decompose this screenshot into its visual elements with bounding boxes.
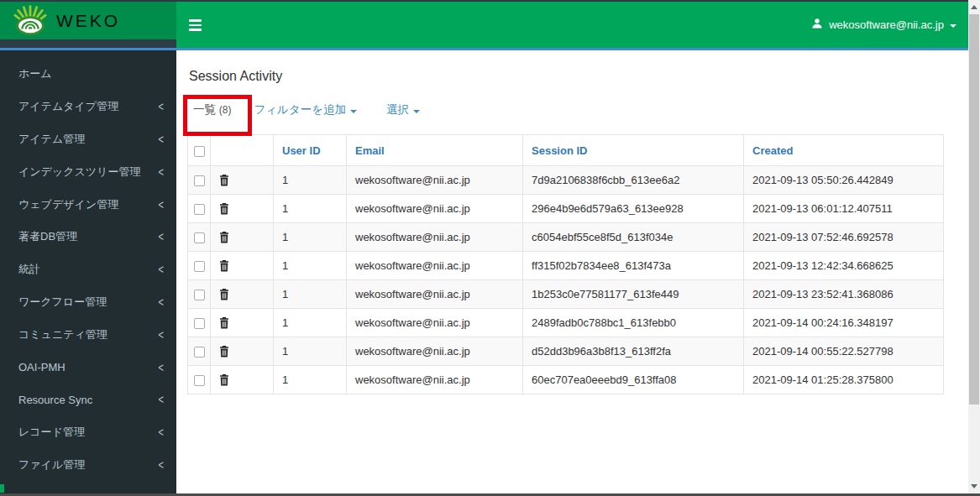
- sidebar-item-11[interactable]: レコード管理<: [0, 416, 176, 449]
- user-id-cell: 1: [274, 195, 347, 223]
- sidebar-item-5[interactable]: 著者DB管理<: [0, 221, 176, 253]
- scrollbar-thumb[interactable]: [969, 14, 979, 405]
- sidebar-item-label: アイテム管理: [18, 132, 85, 147]
- row-checkbox[interactable]: [194, 375, 205, 386]
- row-select-cell: [188, 366, 211, 394]
- sidebar-toggle-button[interactable]: [185, 16, 205, 34]
- sidebar-item-7[interactable]: ワークフロー管理<: [0, 286, 176, 319]
- row-actions-cell: [211, 366, 274, 394]
- user-id-cell: 1: [274, 252, 347, 280]
- row-checkbox[interactable]: [194, 204, 205, 215]
- row-actions-cell: [211, 337, 274, 366]
- sidebar-item-0[interactable]: ホーム: [0, 58, 176, 91]
- col-header-session-id[interactable]: Session ID: [523, 135, 744, 166]
- user-email-label: wekosoftware@nii.ac.jp: [829, 18, 944, 31]
- sidebar-menu: ホームアイテムタイプ管理<アイテム管理<インデックスツリー管理<ウェブデザイン管…: [0, 50, 176, 481]
- row-select-cell: [188, 309, 211, 337]
- sidebar-item-4[interactable]: ウェブデザイン管理<: [0, 188, 176, 221]
- row-checkbox[interactable]: [194, 232, 205, 243]
- sidebar-item-10[interactable]: Resource Sync<: [0, 384, 176, 416]
- chevron-left-icon: <: [159, 393, 164, 406]
- trash-icon[interactable]: [219, 374, 229, 386]
- sidebar-bottom-indicator: [0, 484, 4, 493]
- col-header-email[interactable]: Email: [347, 135, 523, 166]
- email-cell: wekosoftware@nii.ac.jp: [347, 195, 523, 223]
- user-icon: [811, 18, 823, 32]
- sidebar-item-6[interactable]: 統計<: [0, 253, 176, 286]
- user-id-cell: 1: [274, 337, 347, 366]
- row-select-cell: [188, 195, 211, 223]
- created-cell: 2021-09-13 23:52:41.368086: [744, 280, 944, 309]
- created-cell: 2021-09-13 05:50:26.442849: [744, 166, 944, 195]
- user-id-cell: 1: [274, 166, 347, 195]
- created-cell: 2021-09-13 07:52:46.692578: [744, 223, 944, 252]
- arrow-down-icon: [971, 484, 977, 488]
- trash-icon[interactable]: [219, 317, 229, 329]
- row-checkbox[interactable]: [194, 261, 205, 272]
- row-checkbox[interactable]: [194, 175, 205, 186]
- table-row: 1wekosoftware@nii.ac.jp7d9a2106838f6cbb_…: [188, 166, 944, 195]
- email-cell: wekosoftware@nii.ac.jp: [347, 252, 523, 280]
- sidebar-item-1[interactable]: アイテムタイプ管理<: [0, 91, 176, 123]
- sidebar-item-label: レコード管理: [18, 425, 85, 440]
- col-header-user-id[interactable]: User ID: [274, 135, 347, 166]
- sidebar-item-label: インデックスツリー管理: [18, 164, 140, 180]
- row-actions-cell: [211, 166, 274, 195]
- sidebar-item-8[interactable]: コミュニティ管理<: [0, 318, 176, 351]
- row-checkbox[interactable]: [194, 318, 205, 329]
- trash-icon[interactable]: [219, 232, 229, 243]
- row-checkbox[interactable]: [194, 290, 205, 300]
- user-id-cell: 1: [274, 309, 347, 337]
- sidebar-item-label: Resource Sync: [18, 394, 92, 406]
- session-id-cell: 296e4b9e6d579a63_613ee928: [523, 195, 744, 223]
- sidebar-item-label: ワークフロー管理: [18, 295, 107, 310]
- user-account-menu[interactable]: wekosoftware@nii.ac.jp: [811, 2, 956, 48]
- email-cell: wekosoftware@nii.ac.jp: [347, 280, 523, 309]
- trash-icon[interactable]: [219, 175, 229, 186]
- page-scrollbar[interactable]: [968, 0, 980, 496]
- trash-icon[interactable]: [219, 203, 229, 215]
- scroll-down-button[interactable]: [968, 480, 980, 493]
- session-id-cell: 7d9a2106838f6cbb_613ee6a2: [523, 166, 744, 195]
- add-filter-dropdown[interactable]: フィルターを追加: [254, 102, 357, 117]
- sidebar-item-label: 著者DB管理: [18, 229, 77, 244]
- email-cell: wekosoftware@nii.ac.jp: [347, 309, 523, 337]
- record-count-badge: (8): [219, 104, 232, 116]
- row-actions-cell: [211, 195, 274, 223]
- trash-icon[interactable]: [219, 346, 229, 358]
- table-toolbar: 一覧 (8) フィルターを追加 選択: [193, 102, 968, 117]
- weko-logo-area[interactable]: WEKO: [0, 2, 176, 39]
- scroll-up-button[interactable]: [968, 1, 980, 13]
- table-row: 1wekosoftware@nii.ac.jpd52dd3b96a3b8f13_…: [188, 337, 944, 366]
- actions-header: [211, 135, 274, 166]
- sidebar-item-3[interactable]: インデックスツリー管理<: [0, 155, 176, 188]
- sidebar-item-label: OAI-PMH: [18, 361, 66, 373]
- chevron-left-icon: <: [159, 328, 164, 342]
- sidebar-item-9[interactable]: OAI-PMH<: [0, 351, 176, 384]
- chevron-down-icon: [350, 110, 357, 113]
- chevron-left-icon: <: [159, 426, 164, 439]
- chevron-left-icon: <: [159, 100, 164, 113]
- trash-icon[interactable]: [219, 289, 229, 300]
- row-checkbox[interactable]: [194, 347, 205, 358]
- col-header-created[interactable]: Created: [744, 135, 944, 166]
- sidebar-top-strip: [0, 39, 176, 48]
- top-navbar: wekosoftware@nii.ac.jp: [176, 2, 968, 48]
- select-dropdown[interactable]: 選択: [386, 102, 420, 117]
- sidebar-item-2[interactable]: アイテム管理<: [0, 123, 176, 156]
- email-cell: wekosoftware@nii.ac.jp: [347, 166, 523, 195]
- trash-icon[interactable]: [219, 260, 229, 272]
- select-all-cell: [188, 135, 211, 166]
- tab-list-view[interactable]: 一覧 (8): [193, 102, 231, 117]
- sidebar-item-label: アイテムタイプ管理: [18, 99, 118, 114]
- row-actions-cell: [211, 309, 274, 337]
- created-cell: 2021-09-14 00:55:22.527798: [744, 337, 944, 366]
- select-all-checkbox[interactable]: [194, 146, 205, 157]
- email-cell: wekosoftware@nii.ac.jp: [347, 337, 523, 366]
- sidebar-nav: ホームアイテムタイプ管理<アイテム管理<インデックスツリー管理<ウェブデザイン管…: [0, 50, 176, 493]
- row-select-cell: [188, 166, 211, 195]
- sidebar-item-12[interactable]: ファイル管理<: [0, 449, 176, 482]
- chevron-left-icon: <: [159, 230, 164, 243]
- session-id-cell: 1b253c0e77581177_613fe449: [523, 280, 744, 309]
- chevron-left-icon: <: [159, 295, 164, 309]
